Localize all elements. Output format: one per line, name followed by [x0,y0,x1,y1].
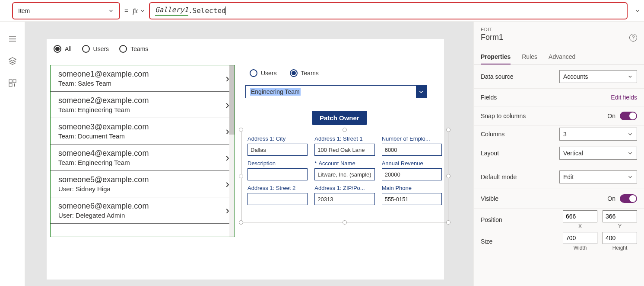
field-input[interactable] [382,168,442,180]
field-input[interactable] [247,144,308,156]
tab-rules[interactable]: Rules [522,49,537,64]
combo-dropdown-button[interactable] [416,86,426,98]
control-name: Form1 [481,33,503,42]
svg-rect-2 [9,84,12,87]
fx-button[interactable]: fx [133,7,146,15]
field-label: Number of Emplo... [382,135,442,142]
resize-handle[interactable] [239,128,243,132]
field-input[interactable] [382,144,442,156]
size-label: Size [481,238,492,245]
item-subtitle: Team: Engineering Team [58,106,217,113]
list-item[interactable]: someone1@example.comTeam: Sales Team› [51,65,235,92]
insert-icon[interactable] [8,79,17,89]
help-icon[interactable]: ? [629,34,637,42]
property-dropdown[interactable]: Item [12,2,120,19]
field-input[interactable] [382,193,442,205]
field-input[interactable] [314,168,374,180]
tab-properties[interactable]: Properties [481,49,511,64]
resize-handle[interactable] [446,220,450,225]
field-input[interactable] [314,144,374,156]
item-title: someone5@example.com [58,175,217,184]
size-height-input[interactable] [603,232,637,244]
resize-handle[interactable] [446,128,450,132]
chevron-down-icon [627,131,633,137]
team-combobox[interactable]: Engineering Team [245,85,427,98]
hamburger-icon[interactable] [8,35,17,45]
canvas-area[interactable]: All Users Teams someone1@example.comTeam… [25,22,473,286]
position-label: Position [481,216,502,223]
radio-teams[interactable]: Teams [119,45,148,53]
resize-handle[interactable] [239,174,243,178]
required-star: * [314,160,317,167]
chevron-down-icon [627,150,633,156]
field-label: Address 1: Street 2 [247,185,308,191]
chevron-down-icon [419,89,424,94]
radio-form-users[interactable]: Users [250,69,277,77]
formula-expand[interactable] [631,8,644,14]
field-label: Description [247,160,308,167]
filter-radio-group: All Users Teams [47,39,444,56]
item-subtitle: Team: Sales Team [58,80,217,87]
field-input[interactable] [247,193,308,205]
snap-label: Snap to columns [481,112,526,119]
formula-text: .Selected [188,6,226,15]
scrollbar[interactable] [229,65,235,237]
field-input[interactable] [314,193,374,205]
edit-fields-link[interactable]: Edit fields [611,94,637,101]
visible-label: Visible [481,195,498,202]
layers-icon[interactable] [8,57,17,67]
radio-form-teams[interactable]: Teams [290,69,319,77]
edit-form[interactable]: Address 1: CityAddress 1: Street 1Number… [241,130,448,222]
field-label: Annual Revenue [382,160,442,167]
text-cursor [225,6,226,15]
properties-panel: EDIT Form1 ? Properties Rules Advanced D… [473,22,644,286]
form-field: Number of Emplo... [382,135,442,156]
chevron-right-icon: › [225,125,229,138]
list-item[interactable]: someone3@example.comTeam: Document Team› [51,118,235,145]
form-field: * Account Name [314,160,374,180]
gallery[interactable]: someone1@example.comTeam: Sales Team›som… [50,65,235,237]
formula-bar: Item = fx Gallery1.Selected [0,0,644,22]
resize-handle[interactable] [343,128,347,132]
layout-dropdown[interactable]: Vertical [559,147,637,160]
default-mode-dropdown[interactable]: Edit [559,170,637,183]
layout-label: Layout [481,150,499,157]
patch-owner-button[interactable]: Patch Owner [312,111,367,125]
position-y-input[interactable] [603,210,637,222]
svg-rect-1 [13,80,16,83]
snap-toggle[interactable] [620,112,637,120]
tab-advanced[interactable]: Advanced [549,49,575,64]
data-source-dropdown[interactable]: Accounts [559,70,637,83]
form-field: Description [247,160,308,180]
field-label: Address 1: ZIP/Po... [314,185,374,191]
item-subtitle: User: Sidney Higa [58,185,217,193]
field-label: Address 1: Street 1 [314,135,374,142]
resize-handle[interactable] [446,174,450,178]
radio-users[interactable]: Users [82,45,109,53]
field-input[interactable] [247,168,308,180]
size-width-input[interactable] [563,232,597,244]
form-field: Address 1: Street 2 [247,185,308,205]
resize-handle[interactable] [343,220,347,225]
radio-all[interactable]: All [54,45,72,53]
panel-tabs: Properties Rules Advanced [474,49,644,65]
form-field: Address 1: Street 1 [314,135,374,156]
equals-sign: = [124,7,128,15]
formula-reference: Gallery1 [155,6,188,16]
visible-toggle[interactable] [620,194,637,203]
list-item[interactable]: someone2@example.comTeam: Engineering Te… [51,92,235,118]
chevron-down-icon [108,8,114,14]
default-mode-label: Default mode [481,174,517,180]
chevron-right-icon: › [225,151,229,164]
columns-dropdown[interactable]: 3 [559,128,637,141]
list-item[interactable]: someone5@example.comUser: Sidney Higa› [51,171,235,197]
item-title: someone3@example.com [58,122,217,132]
list-item[interactable]: someone6@example.comUser: Delegated Admi… [51,197,235,224]
svg-rect-0 [9,80,12,83]
chevron-right-icon: › [225,177,229,191]
position-x-input[interactable] [563,210,597,222]
formula-input[interactable]: Gallery1.Selected [149,2,628,19]
item-title: someone6@example.com [58,202,217,211]
resize-handle[interactable] [239,220,243,225]
list-item[interactable]: someone4@example.comTeam: Engineering Te… [51,145,235,171]
